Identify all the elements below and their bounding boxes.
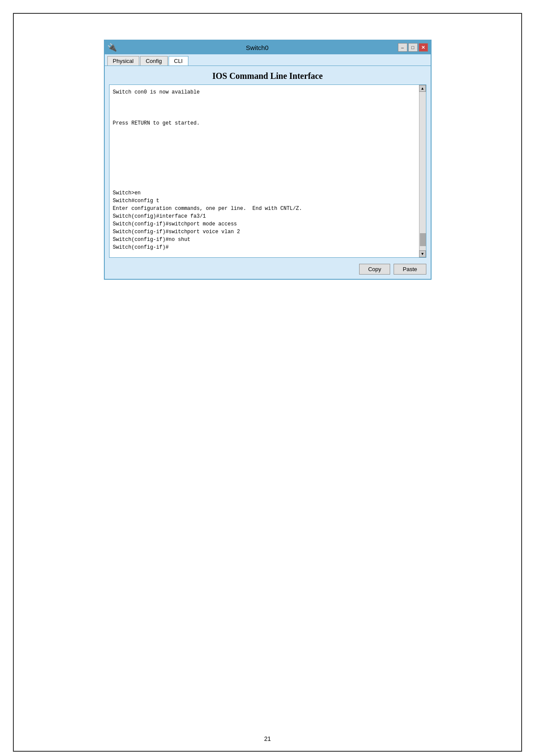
copy-button[interactable]: Copy [359,264,390,275]
close-button[interactable]: ✕ [419,43,428,52]
restore-button[interactable]: □ [408,43,418,52]
tab-cli[interactable]: CLI [169,56,188,66]
window-wrapper: 🔌 Switch0 – □ ✕ Physical Config CLI [104,40,432,280]
scrollbar-thumb[interactable] [420,233,426,246]
paste-button[interactable]: Paste [394,264,426,275]
scroll-down-button[interactable]: ▼ [419,250,426,257]
tab-physical[interactable]: Physical [107,56,139,66]
app-icon: 🔌 [107,43,117,52]
scrollbar[interactable]: ▲ ▼ [419,85,426,257]
title-bar: 🔌 Switch0 – □ ✕ [105,41,431,54]
scrollbar-track[interactable] [419,92,426,250]
terminal-container: Switch con0 is now available Press RETUR… [109,84,426,258]
tab-config[interactable]: Config [140,56,168,66]
tab-bar: Physical Config CLI [105,54,431,66]
scroll-up-button[interactable]: ▲ [419,85,426,92]
terminal-output[interactable]: Switch con0 is now available Press RETUR… [110,85,419,257]
page-border: 🔌 Switch0 – □ ✕ Physical Config CLI [13,13,522,752]
window-title: Switch0 [117,44,398,51]
application-window: 🔌 Switch0 – □ ✕ Physical Config CLI [104,40,432,280]
button-bar: Copy Paste [105,262,431,279]
minimize-button[interactable]: – [398,43,407,52]
cli-heading: IOS Command Line Interface [105,66,431,84]
window-controls: – □ ✕ [398,43,428,52]
page-number: 21 [264,735,271,742]
